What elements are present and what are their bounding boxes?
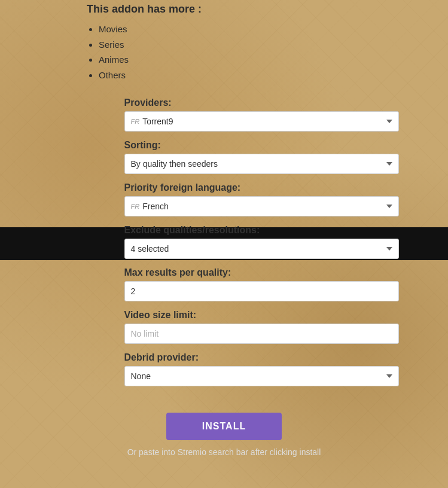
intro-section: This addon has more : Movies Series Anim…: [0, 0, 448, 92]
providers-select-wrapper: FR Torrent9: [124, 111, 399, 132]
debrid-provider-field: Debrid provider: NoneReal-DebridAllDebri…: [124, 352, 399, 386]
list-item-series: Series: [99, 37, 448, 53]
providers-flag: FR: [131, 118, 140, 125]
exclude-qualities-select[interactable]: 4 selected: [124, 239, 399, 259]
providers-label: Providers:: [124, 97, 399, 108]
language-select[interactable]: FR French: [124, 196, 399, 216]
sorting-select[interactable]: By quality then seedersBy seedersBy qual…: [124, 154, 399, 174]
sorting-label: Sorting:: [124, 140, 399, 151]
intro-title: This addon has more :: [87, 0, 448, 16]
video-size-field: Video size limit:: [124, 310, 399, 344]
form-section: Providers: FR Torrent9 Sorting: By quali…: [38, 92, 411, 401]
language-label: Priority foreign language:: [124, 182, 399, 193]
debrid-provider-select[interactable]: NoneReal-DebridAllDebridPremiumize: [124, 366, 399, 386]
exclude-qualities-value: 4 selected: [131, 244, 169, 254]
exclude-qualities-field: Exclude qualities/resolutions: 4 selecte…: [124, 225, 399, 259]
language-flag: FR: [131, 203, 140, 210]
sorting-field: Sorting: By quality then seedersBy seede…: [124, 140, 399, 174]
list-item-animes: Animes: [99, 52, 448, 68]
providers-select[interactable]: FR Torrent9: [124, 111, 399, 132]
language-field: Priority foreign language: FR French: [124, 182, 399, 216]
language-value: French: [142, 202, 169, 211]
max-results-label: Max results per quality:: [124, 267, 399, 278]
install-hint: Or paste into Stremio search bar after c…: [0, 447, 448, 457]
video-size-label: Video size limit:: [124, 310, 399, 321]
max-results-field: Max results per quality:: [124, 267, 399, 301]
debrid-provider-label: Debrid provider:: [124, 352, 399, 363]
list-item-others: Others: [99, 68, 448, 83]
video-size-input[interactable]: [124, 324, 399, 344]
install-section: INSTALL Or paste into Stremio search bar…: [0, 401, 448, 463]
max-results-input[interactable]: [124, 281, 399, 301]
feature-list: Movies Series Animes Others: [87, 22, 448, 83]
list-item-movies: Movies: [99, 22, 448, 37]
providers-value: Torrent9: [142, 117, 173, 126]
exclude-qualities-label: Exclude qualities/resolutions:: [124, 225, 399, 236]
providers-field: Providers: FR Torrent9: [124, 97, 399, 132]
install-button[interactable]: INSTALL: [166, 413, 282, 440]
exclude-select-wrapper: 4 selected: [124, 239, 399, 259]
language-select-wrapper: FR French: [124, 196, 399, 216]
